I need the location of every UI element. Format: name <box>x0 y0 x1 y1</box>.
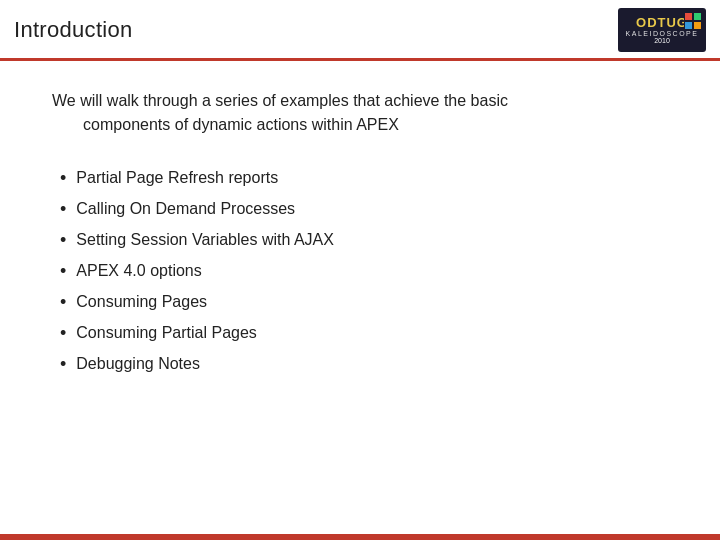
slide-title: Introduction <box>14 17 133 43</box>
bullet-text: Partial Page Refresh reports <box>76 165 278 191</box>
bottom-bar <box>0 534 720 540</box>
list-item: •Consuming Pages <box>60 289 688 316</box>
bullet-dot-icon: • <box>60 351 66 378</box>
logo-kaleidoscope-text: KALEIDOSCOPE <box>626 30 699 38</box>
svg-rect-4 <box>694 22 701 29</box>
logo-box: ODTUG KALEIDOSCOPE 2010 <box>618 8 706 52</box>
svg-rect-2 <box>694 13 701 20</box>
bullet-list: •Partial Page Refresh reports•Calling On… <box>32 165 688 378</box>
bullet-dot-icon: • <box>60 320 66 347</box>
bullet-dot-icon: • <box>60 196 66 223</box>
slide-header: Introduction ODTUG KALEIDOSCOPE 2010 <box>0 0 720 61</box>
logo-odtug-text: ODTUG <box>636 16 688 30</box>
slide-container: Introduction ODTUG KALEIDOSCOPE 2010 We … <box>0 0 720 540</box>
intro-paragraph: We will walk through a series of example… <box>32 89 688 137</box>
list-item: •Calling On Demand Processes <box>60 196 688 223</box>
bullet-text: Calling On Demand Processes <box>76 196 295 222</box>
bullet-text: APEX 4.0 options <box>76 258 201 284</box>
bullet-text: Consuming Partial Pages <box>76 320 257 346</box>
svg-rect-3 <box>685 22 692 29</box>
logo-year-text: 2010 <box>654 37 670 44</box>
bullet-dot-icon: • <box>60 165 66 192</box>
list-item: •Consuming Partial Pages <box>60 320 688 347</box>
bullet-dot-icon: • <box>60 227 66 254</box>
bullet-text: Debugging Notes <box>76 351 200 377</box>
list-item: •Partial Page Refresh reports <box>60 165 688 192</box>
bullet-text: Setting Session Variables with AJAX <box>76 227 334 253</box>
svg-rect-1 <box>685 13 692 20</box>
bullet-text: Consuming Pages <box>76 289 207 315</box>
list-item: •Setting Session Variables with AJAX <box>60 227 688 254</box>
bullet-dot-icon: • <box>60 289 66 316</box>
list-item: •Debugging Notes <box>60 351 688 378</box>
slide-content: We will walk through a series of example… <box>0 61 720 406</box>
list-item: •APEX 4.0 options <box>60 258 688 285</box>
bullet-dot-icon: • <box>60 258 66 285</box>
logo-icon <box>684 12 702 30</box>
logo-area: ODTUG KALEIDOSCOPE 2010 <box>618 8 706 52</box>
